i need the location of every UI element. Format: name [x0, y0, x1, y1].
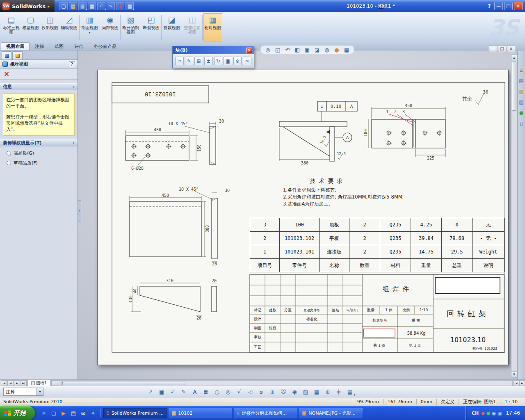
thread-display-section-header[interactable]: 装饰螺纹线显示(T) » — [0, 139, 78, 146]
start-button[interactable]: 开始 — [0, 406, 35, 420]
block-toolbar-titlebar[interactable]: 块(B) × — [173, 46, 254, 54]
rebuild-icon[interactable]: ▮ — [116, 2, 124, 10]
bom-header-cell[interactable]: 重量 — [411, 259, 442, 272]
solidworks-resources-icon[interactable]: ⌂ — [518, 67, 525, 73]
print-icon[interactable]: ▦ — [88, 2, 96, 10]
sheet-nav-button[interactable]: |◀ — [1, 380, 7, 386]
rebuild-block-icon[interactable]: ↻ — [214, 57, 223, 65]
commandmanager-tab[interactable]: 视图布局 — [1, 42, 30, 50]
sheet-nav-button[interactable]: ▶ — [14, 380, 20, 386]
bom-header-cell[interactable]: 零件号 — [280, 259, 320, 272]
propertymanager-tab[interactable] — [2, 51, 12, 59]
minimize-button[interactable]: — — [494, 2, 503, 10]
explode-block-icon[interactable]: ⊗ — [233, 57, 242, 65]
table-icon[interactable]: ▦▾ — [345, 387, 354, 396]
save-block-icon[interactable]: ▣ — [224, 57, 232, 65]
bom-cell[interactable]: 肋板 — [320, 218, 349, 232]
sheet-nav-button[interactable]: ◀ — [7, 380, 14, 386]
format-painter-icon[interactable]: ✎ — [179, 387, 188, 396]
language-indicator[interactable]: CH — [472, 411, 479, 416]
open-icon[interactable]: ▤ — [69, 2, 77, 10]
close-button[interactable]: × — [514, 2, 523, 10]
note-icon[interactable]: A — [190, 387, 199, 396]
bom-header-cell[interactable]: 项目号 — [250, 259, 280, 272]
info-section-header[interactable]: 信息 » — [0, 83, 78, 90]
edit-appearance-icon[interactable]: ● — [333, 47, 340, 53]
antivirus-icon[interactable]: ● — [486, 411, 491, 416]
ribbon-button[interactable]: ▥剖面视图▾ — [80, 13, 99, 41]
bom-header-cell[interactable]: 总重 — [442, 259, 472, 272]
tech-req-title[interactable]: 技 术 要 求 — [310, 178, 427, 185]
datum-target-icon[interactable]: ◉ — [290, 387, 299, 396]
bom-cell[interactable]: Q235 — [380, 232, 411, 245]
edit-block-icon[interactable]: ✎ — [185, 57, 194, 65]
bom-cell[interactable]: Q235 — [380, 218, 411, 232]
undo-icon[interactable]: ↶▾ — [97, 2, 105, 10]
bom-cell[interactable]: 29.5 — [442, 245, 472, 259]
bom-header-cell[interactable]: 数量 — [349, 259, 380, 272]
messenger-icon[interactable]: ✦ — [89, 409, 97, 417]
radio-icon[interactable] — [7, 151, 11, 155]
dropdown-arrow-icon[interactable]: ▾ — [86, 8, 87, 11]
cancel-button[interactable]: × — [4, 71, 9, 78]
radio-icon[interactable] — [7, 161, 11, 165]
new-document-icon[interactable]: ▢ — [59, 2, 68, 10]
ribbon-button[interactable]: ▢模型视图 — [21, 13, 40, 41]
ribbon-button[interactable]: ▤标准三视图 — [2, 13, 21, 41]
network-icon[interactable]: ▣ — [498, 411, 502, 416]
model-items-icon[interactable]: ▣ — [157, 387, 166, 396]
dropdown-arrow-icon[interactable]: ▾ — [354, 393, 355, 397]
datum-feature-icon[interactable]: Ⓐ — [279, 387, 288, 396]
radio-draft-quality[interactable]: 草稿品质(F) — [7, 160, 78, 166]
smart-dimension-icon[interactable]: ↗ — [146, 387, 155, 396]
balloon-icon[interactable]: ○ — [212, 387, 221, 396]
collapse-chevron-icon[interactable]: » — [71, 142, 75, 144]
insert-block-icon[interactable]: ⊞ — [194, 57, 203, 65]
sheet-tab[interactable]: 图纸1 — [27, 380, 50, 386]
internet-explorer-icon[interactable]: e — [40, 409, 48, 417]
surface-finish-icon[interactable]: √ — [235, 387, 244, 396]
bom-cell[interactable]: 3 — [250, 218, 280, 232]
ribbon-button[interactable]: ◿辅助视图 — [59, 13, 79, 41]
options-icon[interactable]: ▦▾ — [126, 2, 134, 10]
design-library-icon[interactable]: ▤ — [518, 78, 525, 84]
bom-cell[interactable]: 79.68 — [442, 232, 472, 245]
scrollbar-thumb[interactable] — [512, 62, 516, 111]
sheet-nav-button[interactable]: ▶| — [21, 380, 27, 386]
folder-icon[interactable]: ▤ — [69, 409, 78, 417]
appearances-icon[interactable]: ● — [518, 110, 525, 116]
display-style-icon[interactable]: ◪ — [313, 47, 321, 53]
linear-note-pattern-icon[interactable]: ≣ — [201, 387, 210, 396]
drawing-sheet[interactable]: 101023.10其余3045010 X 45°301506-Ø2845010 … — [97, 70, 509, 365]
taskbar-task[interactable]: ▣NONAME.JPG - 光影... — [299, 408, 363, 418]
ribbon-button[interactable]: ▧断开的剖视图 — [121, 13, 140, 41]
taskbar-task[interactable]: e焊接件分解出图如何... — [234, 408, 297, 418]
tech-req-line[interactable]: 3.基准面A为焊后加工。 — [283, 201, 427, 208]
hide-show-items-icon[interactable]: ◍ — [323, 47, 331, 53]
dropdown-arrow-icon[interactable]: ▾ — [133, 8, 135, 11]
scroll-right-icon[interactable]: ▶ — [519, 380, 525, 386]
block-icon[interactable]: ▦ — [312, 387, 321, 396]
tech-req-line[interactable]: 2.采用角焊和坡口对接焊; 角焊高10MM,对接焊深5-8MM; — [283, 194, 427, 201]
clock[interactable]: 17:46 — [506, 410, 520, 416]
bom-cell[interactable]: 100 — [280, 218, 320, 232]
geometric-tolerance-icon[interactable]: ⊕ — [268, 387, 277, 396]
solidworks-tray-icon[interactable]: ◆ — [481, 411, 484, 416]
doc-restore-button[interactable]: □ — [498, 45, 506, 52]
doc-minimize-button[interactable]: — — [489, 45, 497, 52]
bom-cell[interactable]: 101023.101 — [280, 245, 320, 259]
previous-view-icon[interactable]: ↶ — [284, 47, 291, 53]
apply-scene-icon[interactable]: ▦ — [343, 47, 350, 53]
scroll-down-icon[interactable]: ▼ — [511, 371, 517, 377]
dropdown-arrow-icon[interactable]: ▾ — [89, 31, 90, 34]
bom-cell[interactable]: 2 — [250, 232, 280, 245]
dropdown-arrow-icon[interactable]: ▾ — [105, 8, 106, 11]
mail-icon[interactable]: ✉ — [79, 409, 87, 417]
collapse-chevron-icon[interactable]: » — [71, 86, 75, 88]
scroll-left-icon[interactable]: ◀ — [514, 380, 519, 386]
bom-cell[interactable]: 39.84 — [411, 232, 442, 245]
menu-expand-icon[interactable]: ▸ — [48, 4, 50, 9]
help-icon[interactable]: ? — [486, 3, 493, 9]
zoom-fit-icon[interactable]: ◎ — [264, 47, 272, 53]
vertical-scrollbar[interactable]: ▲ ▼ — [511, 55, 517, 378]
